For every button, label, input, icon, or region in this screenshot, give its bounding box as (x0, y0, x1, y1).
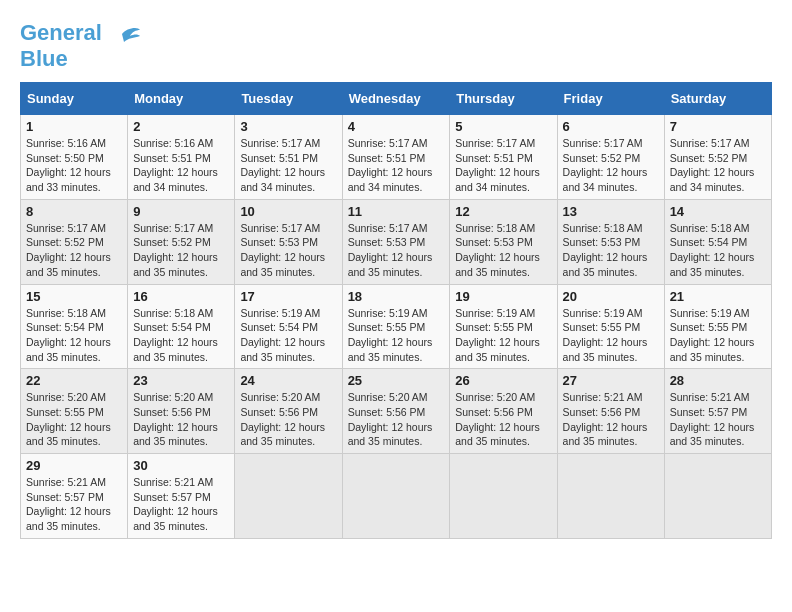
day-number: 30 (133, 458, 229, 473)
calendar-cell: 24Sunrise: 5:20 AMSunset: 5:56 PMDayligh… (235, 369, 342, 454)
day-info: Sunrise: 5:20 AMSunset: 5:56 PMDaylight:… (348, 390, 445, 449)
calendar-cell: 22Sunrise: 5:20 AMSunset: 5:55 PMDayligh… (21, 369, 128, 454)
day-number: 3 (240, 119, 336, 134)
day-info: Sunrise: 5:19 AMSunset: 5:54 PMDaylight:… (240, 306, 336, 365)
calendar-cell (235, 454, 342, 539)
day-number: 7 (670, 119, 766, 134)
col-header-wednesday: Wednesday (342, 83, 450, 115)
day-number: 4 (348, 119, 445, 134)
day-info: Sunrise: 5:20 AMSunset: 5:56 PMDaylight:… (455, 390, 551, 449)
calendar-cell: 21Sunrise: 5:19 AMSunset: 5:55 PMDayligh… (664, 284, 771, 369)
day-number: 10 (240, 204, 336, 219)
calendar-table: SundayMondayTuesdayWednesdayThursdayFrid… (20, 82, 772, 539)
day-info: Sunrise: 5:19 AMSunset: 5:55 PMDaylight:… (348, 306, 445, 365)
calendar-cell: 26Sunrise: 5:20 AMSunset: 5:56 PMDayligh… (450, 369, 557, 454)
col-header-thursday: Thursday (450, 83, 557, 115)
calendar-cell: 7Sunrise: 5:17 AMSunset: 5:52 PMDaylight… (664, 115, 771, 200)
day-info: Sunrise: 5:17 AMSunset: 5:53 PMDaylight:… (348, 221, 445, 280)
col-header-sunday: Sunday (21, 83, 128, 115)
day-info: Sunrise: 5:17 AMSunset: 5:52 PMDaylight:… (133, 221, 229, 280)
calendar-cell: 16Sunrise: 5:18 AMSunset: 5:54 PMDayligh… (128, 284, 235, 369)
day-info: Sunrise: 5:18 AMSunset: 5:53 PMDaylight:… (563, 221, 659, 280)
calendar-cell: 8Sunrise: 5:17 AMSunset: 5:52 PMDaylight… (21, 199, 128, 284)
day-info: Sunrise: 5:21 AMSunset: 5:56 PMDaylight:… (563, 390, 659, 449)
calendar-cell: 1Sunrise: 5:16 AMSunset: 5:50 PMDaylight… (21, 115, 128, 200)
calendar-cell: 14Sunrise: 5:18 AMSunset: 5:54 PMDayligh… (664, 199, 771, 284)
day-info: Sunrise: 5:19 AMSunset: 5:55 PMDaylight:… (563, 306, 659, 365)
day-number: 2 (133, 119, 229, 134)
calendar-cell: 9Sunrise: 5:17 AMSunset: 5:52 PMDaylight… (128, 199, 235, 284)
calendar-cell: 10Sunrise: 5:17 AMSunset: 5:53 PMDayligh… (235, 199, 342, 284)
day-number: 25 (348, 373, 445, 388)
calendar-cell: 2Sunrise: 5:16 AMSunset: 5:51 PMDaylight… (128, 115, 235, 200)
calendar-cell: 20Sunrise: 5:19 AMSunset: 5:55 PMDayligh… (557, 284, 664, 369)
day-info: Sunrise: 5:17 AMSunset: 5:52 PMDaylight:… (563, 136, 659, 195)
day-info: Sunrise: 5:21 AMSunset: 5:57 PMDaylight:… (670, 390, 766, 449)
day-info: Sunrise: 5:18 AMSunset: 5:54 PMDaylight:… (26, 306, 122, 365)
calendar-cell: 25Sunrise: 5:20 AMSunset: 5:56 PMDayligh… (342, 369, 450, 454)
calendar-cell: 19Sunrise: 5:19 AMSunset: 5:55 PMDayligh… (450, 284, 557, 369)
day-number: 19 (455, 289, 551, 304)
day-number: 1 (26, 119, 122, 134)
logo-bird-icon (104, 26, 140, 56)
day-info: Sunrise: 5:17 AMSunset: 5:51 PMDaylight:… (240, 136, 336, 195)
day-info: Sunrise: 5:17 AMSunset: 5:51 PMDaylight:… (348, 136, 445, 195)
calendar-cell (557, 454, 664, 539)
day-number: 17 (240, 289, 336, 304)
calendar-cell: 15Sunrise: 5:18 AMSunset: 5:54 PMDayligh… (21, 284, 128, 369)
calendar-cell: 30Sunrise: 5:21 AMSunset: 5:57 PMDayligh… (128, 454, 235, 539)
calendar-cell: 3Sunrise: 5:17 AMSunset: 5:51 PMDaylight… (235, 115, 342, 200)
calendar-cell: 13Sunrise: 5:18 AMSunset: 5:53 PMDayligh… (557, 199, 664, 284)
logo-text: General Blue (20, 20, 102, 72)
calendar-cell: 23Sunrise: 5:20 AMSunset: 5:56 PMDayligh… (128, 369, 235, 454)
day-info: Sunrise: 5:17 AMSunset: 5:52 PMDaylight:… (670, 136, 766, 195)
calendar-week-2: 8Sunrise: 5:17 AMSunset: 5:52 PMDaylight… (21, 199, 772, 284)
calendar-week-3: 15Sunrise: 5:18 AMSunset: 5:54 PMDayligh… (21, 284, 772, 369)
day-info: Sunrise: 5:20 AMSunset: 5:56 PMDaylight:… (240, 390, 336, 449)
day-number: 27 (563, 373, 659, 388)
day-number: 26 (455, 373, 551, 388)
calendar-cell: 17Sunrise: 5:19 AMSunset: 5:54 PMDayligh… (235, 284, 342, 369)
day-number: 20 (563, 289, 659, 304)
day-number: 6 (563, 119, 659, 134)
calendar-cell: 5Sunrise: 5:17 AMSunset: 5:51 PMDaylight… (450, 115, 557, 200)
calendar-cell: 18Sunrise: 5:19 AMSunset: 5:55 PMDayligh… (342, 284, 450, 369)
calendar-cell: 27Sunrise: 5:21 AMSunset: 5:56 PMDayligh… (557, 369, 664, 454)
calendar-cell: 12Sunrise: 5:18 AMSunset: 5:53 PMDayligh… (450, 199, 557, 284)
calendar-cell: 28Sunrise: 5:21 AMSunset: 5:57 PMDayligh… (664, 369, 771, 454)
day-info: Sunrise: 5:18 AMSunset: 5:53 PMDaylight:… (455, 221, 551, 280)
calendar-cell: 11Sunrise: 5:17 AMSunset: 5:53 PMDayligh… (342, 199, 450, 284)
day-number: 9 (133, 204, 229, 219)
logo: General Blue (20, 20, 140, 72)
day-info: Sunrise: 5:18 AMSunset: 5:54 PMDaylight:… (133, 306, 229, 365)
day-info: Sunrise: 5:16 AMSunset: 5:51 PMDaylight:… (133, 136, 229, 195)
day-number: 23 (133, 373, 229, 388)
day-number: 15 (26, 289, 122, 304)
col-header-friday: Friday (557, 83, 664, 115)
day-number: 8 (26, 204, 122, 219)
col-header-saturday: Saturday (664, 83, 771, 115)
calendar-week-5: 29Sunrise: 5:21 AMSunset: 5:57 PMDayligh… (21, 454, 772, 539)
day-number: 16 (133, 289, 229, 304)
day-info: Sunrise: 5:16 AMSunset: 5:50 PMDaylight:… (26, 136, 122, 195)
day-number: 5 (455, 119, 551, 134)
day-number: 11 (348, 204, 445, 219)
page-header: General Blue (20, 20, 772, 72)
calendar-cell (450, 454, 557, 539)
day-info: Sunrise: 5:17 AMSunset: 5:53 PMDaylight:… (240, 221, 336, 280)
day-number: 18 (348, 289, 445, 304)
calendar-cell: 6Sunrise: 5:17 AMSunset: 5:52 PMDaylight… (557, 115, 664, 200)
col-header-monday: Monday (128, 83, 235, 115)
day-number: 22 (26, 373, 122, 388)
day-info: Sunrise: 5:18 AMSunset: 5:54 PMDaylight:… (670, 221, 766, 280)
day-info: Sunrise: 5:21 AMSunset: 5:57 PMDaylight:… (133, 475, 229, 534)
calendar-cell: 29Sunrise: 5:21 AMSunset: 5:57 PMDayligh… (21, 454, 128, 539)
day-info: Sunrise: 5:20 AMSunset: 5:55 PMDaylight:… (26, 390, 122, 449)
day-number: 14 (670, 204, 766, 219)
day-info: Sunrise: 5:21 AMSunset: 5:57 PMDaylight:… (26, 475, 122, 534)
day-number: 12 (455, 204, 551, 219)
day-number: 21 (670, 289, 766, 304)
day-info: Sunrise: 5:20 AMSunset: 5:56 PMDaylight:… (133, 390, 229, 449)
day-info: Sunrise: 5:19 AMSunset: 5:55 PMDaylight:… (455, 306, 551, 365)
calendar-week-1: 1Sunrise: 5:16 AMSunset: 5:50 PMDaylight… (21, 115, 772, 200)
